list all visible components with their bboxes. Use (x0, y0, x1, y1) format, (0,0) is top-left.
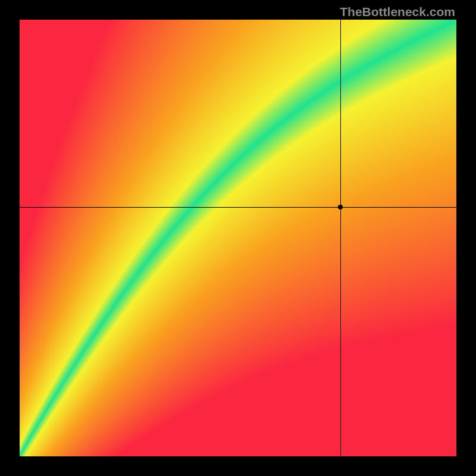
watermark-text: TheBottleneck.com (340, 5, 455, 19)
crosshair-horizontal (20, 207, 456, 208)
heatmap-plot (20, 20, 456, 456)
marker-point (338, 205, 343, 209)
heatmap-canvas (20, 20, 456, 456)
chart-container: TheBottleneck.com (0, 0, 476, 476)
crosshair-vertical (340, 20, 341, 456)
